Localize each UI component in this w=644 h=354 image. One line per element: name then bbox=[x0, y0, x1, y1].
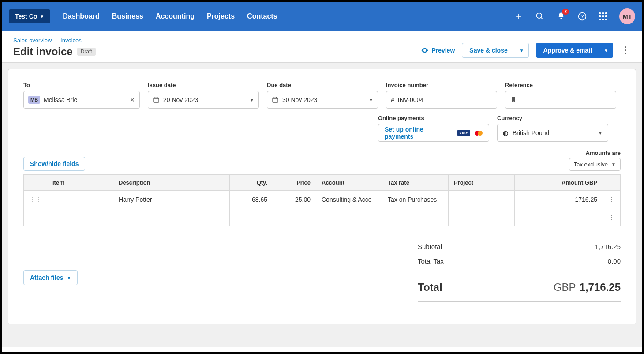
approve-email-group: Approve & email ▼ bbox=[536, 43, 613, 58]
calendar-icon bbox=[153, 96, 160, 103]
currency-icon: ◐ bbox=[503, 129, 508, 136]
drag-handle[interactable] bbox=[24, 208, 47, 226]
due-date-input[interactable]: 30 Nov 2023 ▼ bbox=[267, 91, 378, 109]
more-menu[interactable] bbox=[620, 46, 631, 54]
svg-point-3 bbox=[625, 46, 626, 48]
svg-rect-7 bbox=[273, 98, 278, 102]
due-date-value: 30 Nov 2023 bbox=[282, 96, 365, 103]
cell-description[interactable]: Harry Potter bbox=[113, 191, 230, 208]
invoice-number-input[interactable]: # INV-0004 bbox=[386, 91, 497, 109]
content-area: To MB Melissa Brie ✕ Issue date 20 Nov 2… bbox=[2, 63, 642, 347]
cell-qty[interactable] bbox=[230, 208, 273, 226]
invoice-number-label: Invoice number bbox=[386, 82, 497, 88]
approve-email-dropdown[interactable]: ▼ bbox=[599, 43, 613, 58]
subtotal-label: Subtotal bbox=[418, 243, 442, 250]
chevron-down-icon: ▼ bbox=[598, 131, 603, 136]
nav-projects[interactable]: Projects bbox=[207, 12, 235, 20]
field-to: To MB Melissa Brie ✕ bbox=[23, 82, 140, 109]
preview-button[interactable]: Preview bbox=[421, 46, 455, 54]
breadcrumb-invoices[interactable]: Invoices bbox=[60, 37, 82, 44]
nav-business[interactable]: Business bbox=[112, 12, 143, 20]
cell-project[interactable] bbox=[449, 191, 515, 208]
breadcrumb-sales[interactable]: Sales overview bbox=[13, 37, 52, 44]
card-footer: Attach files ▼ Subtotal1,716.25 Total Ta… bbox=[23, 239, 621, 306]
cell-account[interactable] bbox=[316, 208, 382, 226]
issue-date-value: 20 Nov 2023 bbox=[163, 96, 246, 103]
amounts-are-label: Amounts are bbox=[586, 150, 621, 156]
show-hide-fields-button[interactable]: Show/hide fields bbox=[23, 157, 85, 171]
cell-qty[interactable]: 68.65 bbox=[230, 191, 273, 208]
save-close-dropdown[interactable]: ▼ bbox=[515, 43, 529, 58]
col-actions bbox=[603, 175, 621, 191]
plus-icon[interactable] bbox=[514, 12, 523, 21]
cell-account[interactable]: Consulting & Acco bbox=[316, 191, 382, 208]
eye-icon bbox=[421, 46, 429, 54]
apps-icon[interactable] bbox=[599, 12, 607, 20]
visa-icon: VISA bbox=[457, 130, 470, 136]
org-switcher[interactable]: Test Co ▼ bbox=[9, 9, 50, 23]
svg-rect-6 bbox=[154, 98, 159, 102]
reference-label: Reference bbox=[505, 82, 616, 88]
form-row-1: To MB Melissa Brie ✕ Issue date 20 Nov 2… bbox=[23, 82, 621, 109]
nav-accounting[interactable]: Accounting bbox=[156, 12, 195, 20]
cell-price[interactable] bbox=[273, 208, 316, 226]
hash-icon: # bbox=[391, 96, 394, 103]
to-value: Melissa Brie bbox=[44, 96, 126, 103]
online-payments-link-text: Set up online payments bbox=[385, 126, 453, 140]
drag-handle[interactable]: ⋮⋮ bbox=[24, 191, 47, 208]
col-item: Item bbox=[47, 175, 113, 191]
cell-description[interactable] bbox=[113, 208, 230, 226]
setup-online-payments-button[interactable]: Set up online payments VISA bbox=[378, 124, 489, 142]
col-drag bbox=[24, 175, 47, 191]
cell-item[interactable] bbox=[47, 191, 113, 208]
invoice-number-value: INV-0004 bbox=[398, 96, 492, 103]
chevron-down-icon: ▼ bbox=[250, 98, 254, 102]
cell-tax[interactable] bbox=[382, 208, 449, 226]
chevron-right-icon: › bbox=[55, 38, 57, 43]
reference-input[interactable] bbox=[505, 91, 616, 109]
to-input[interactable]: MB Melissa Brie ✕ bbox=[23, 91, 140, 109]
header-actions: Preview Save & close ▼ Approve & email ▼ bbox=[421, 43, 631, 58]
save-close-button[interactable]: Save & close bbox=[462, 43, 515, 58]
nav-dashboard[interactable]: Dashboard bbox=[63, 12, 100, 20]
cell-price[interactable]: 25.00 bbox=[273, 191, 316, 208]
amounts-are-value: Tax exclusive bbox=[574, 161, 608, 168]
row-menu[interactable]: ⋮ bbox=[603, 208, 621, 226]
to-label: To bbox=[23, 82, 140, 88]
amounts-are-select[interactable]: Tax exclusive ▼ bbox=[569, 158, 621, 171]
nav-icons: 2 ? MT bbox=[514, 8, 635, 24]
approve-email-button[interactable]: Approve & email bbox=[536, 43, 599, 58]
table-row: ⋮⋮ Harry Potter 68.65 25.00 Consulting &… bbox=[24, 191, 621, 208]
nav-contacts[interactable]: Contacts bbox=[247, 12, 277, 20]
currency-select[interactable]: ◐ British Pound ▼ bbox=[497, 124, 608, 142]
chevron-down-icon: ▼ bbox=[67, 275, 71, 280]
form-row-2: Online payments Set up online payments V… bbox=[378, 115, 621, 142]
col-account: Account bbox=[316, 175, 382, 191]
row-menu[interactable]: ⋮ bbox=[603, 191, 621, 208]
cell-tax[interactable]: Tax on Purchases bbox=[382, 191, 449, 208]
top-nav: Test Co ▼ Dashboard Business Accounting … bbox=[2, 2, 642, 31]
issue-date-label: Issue date bbox=[148, 82, 259, 88]
issue-date-input[interactable]: 20 Nov 2023 ▼ bbox=[148, 91, 259, 109]
svg-text:?: ? bbox=[580, 13, 584, 19]
totaltax-value: 0.00 bbox=[608, 257, 621, 265]
kebab-icon bbox=[625, 46, 626, 54]
chevron-down-icon: ▼ bbox=[611, 162, 616, 167]
contact-chip: MB bbox=[28, 96, 40, 104]
clear-to-icon[interactable]: ✕ bbox=[130, 96, 135, 103]
col-description: Description bbox=[113, 175, 230, 191]
calendar-icon bbox=[272, 96, 279, 103]
totaltax-label: Total Tax bbox=[418, 257, 444, 265]
avatar[interactable]: MT bbox=[619, 8, 635, 24]
attach-files-button[interactable]: Attach files ▼ bbox=[23, 270, 78, 285]
cell-amount[interactable]: 1716.25 bbox=[515, 191, 603, 208]
svg-point-4 bbox=[625, 49, 626, 51]
cell-project[interactable] bbox=[449, 208, 515, 226]
columns-control-row: Show/hide fields Amounts are Tax exclusi… bbox=[23, 150, 621, 171]
notifications-button[interactable]: 2 bbox=[557, 11, 565, 22]
online-payments-label: Online payments bbox=[378, 115, 489, 121]
help-icon[interactable]: ? bbox=[578, 12, 587, 21]
search-icon[interactable] bbox=[535, 12, 544, 21]
cell-item[interactable] bbox=[47, 208, 113, 226]
cell-amount[interactable] bbox=[515, 208, 603, 226]
